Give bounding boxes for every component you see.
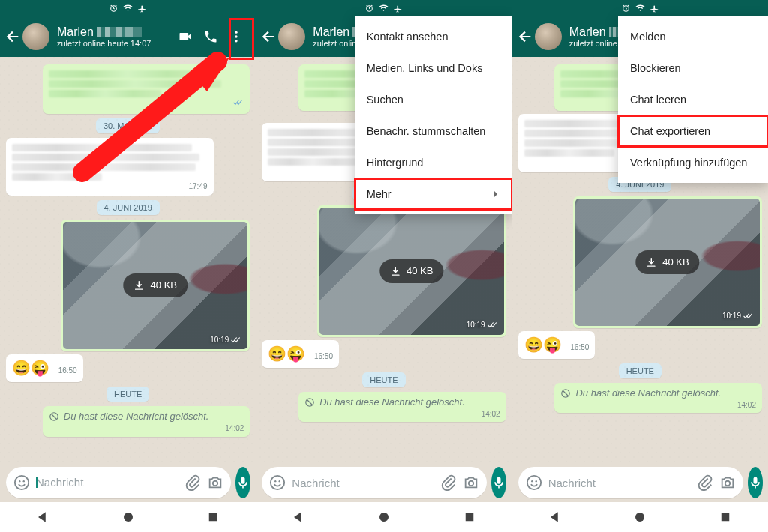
menu-item-mute[interactable]: Benachr. stummschalten [355, 115, 512, 147]
input-bar [0, 463, 256, 502]
camera-icon[interactable] [207, 474, 224, 491]
message-time: 14:02 [225, 424, 244, 434]
message-image-outgoing[interactable]: 40 KB 10:19 [317, 205, 506, 337]
mic-icon [236, 475, 250, 490]
android-nav-bar [256, 502, 512, 532]
wifi-icon [635, 4, 645, 13]
message-input-field[interactable] [262, 467, 487, 498]
wifi-icon [379, 4, 388, 13]
message-deleted[interactable]: Du hast diese Nachricht gelöscht. 14:02 [43, 406, 250, 437]
download-icon [390, 266, 400, 276]
nav-back-icon[interactable] [292, 510, 305, 524]
message-time: 14:02 [482, 410, 500, 420]
video-call-icon[interactable] [178, 29, 193, 44]
download-pill[interactable]: 40 KB [124, 273, 188, 297]
download-pill[interactable]: 40 KB [380, 259, 443, 282]
menu-item-export-chat[interactable]: Chat exportieren [618, 115, 768, 147]
voice-call-icon[interactable] [203, 29, 218, 44]
menu-item-media[interactable]: Medien, Links und Doks [355, 52, 512, 84]
blocked-icon [304, 397, 315, 408]
image-time: 10:19 [466, 321, 485, 330]
download-size: 40 KB [151, 279, 177, 291]
camera-icon[interactable] [719, 474, 736, 491]
back-icon[interactable] [4, 28, 21, 45]
menu-item-more[interactable]: Mehr [355, 178, 512, 210]
blocked-icon [49, 411, 59, 422]
message-deleted[interactable]: Du hast diese Nachricht gelöscht. 14:02 [554, 383, 762, 414]
emoji-icon[interactable] [526, 474, 542, 491]
message-incoming-redacted[interactable]: 17:49 [6, 138, 214, 196]
nav-back-icon[interactable] [36, 510, 50, 524]
date-separator: HEUTE [106, 387, 149, 402]
emoji-icon[interactable] [14, 474, 30, 491]
menu-item-search[interactable]: Suchen [355, 84, 512, 115]
svg-point-22 [635, 513, 644, 522]
message-emoji[interactable]: 😄😜 16:50 [262, 340, 339, 368]
menu-item-block[interactable]: Blockieren [618, 52, 768, 84]
alarm-icon [109, 4, 118, 13]
svg-point-19 [531, 480, 532, 482]
emoji-content: 😄😜 [524, 336, 562, 353]
svg-point-4 [15, 476, 28, 489]
status-bar [256, 0, 512, 16]
message-input[interactable] [548, 477, 691, 489]
menu-item-view-contact[interactable]: Kontakt ansehen [355, 21, 512, 52]
menu-item-add-shortcut[interactable]: Verknüpfung hinzufügen [618, 147, 768, 178]
message-emoji[interactable]: 😄😜 16:50 [6, 354, 83, 382]
blocked-icon [560, 388, 571, 399]
nav-recent-icon[interactable] [718, 510, 732, 524]
message-deleted[interactable]: Du hast diese Nachricht gelöscht. 14:02 [298, 392, 506, 423]
back-icon[interactable] [260, 28, 277, 45]
date-separator: HEUTE [362, 372, 405, 387]
wifi-icon [123, 4, 133, 13]
back-icon[interactable] [517, 28, 533, 45]
attach-icon[interactable] [184, 474, 201, 491]
avatar[interactable] [278, 23, 305, 50]
svg-point-15 [380, 513, 388, 522]
svg-point-5 [19, 480, 20, 482]
message-time: 16:50 [314, 352, 333, 360]
overflow-submenu-more: Melden Blockieren Chat leeren Chat expor… [618, 16, 768, 183]
message-input-field[interactable] [518, 467, 743, 498]
download-icon [646, 257, 656, 267]
download-pill[interactable]: 40 KB [635, 250, 699, 273]
menu-item-report[interactable]: Melden [618, 21, 768, 52]
chat-title-block[interactable]: Marlen zuletzt online heute 14:07 [57, 25, 178, 48]
svg-point-21 [724, 481, 729, 486]
nav-home-icon[interactable] [122, 510, 135, 524]
nav-home-icon[interactable] [633, 510, 646, 524]
message-image-outgoing[interactable]: 40 KB 10:19 [61, 220, 250, 351]
menu-item-wallpaper[interactable]: Hintergrund [355, 147, 512, 178]
message-emoji[interactable]: 😄😜 16:50 [518, 331, 596, 359]
message-image-outgoing[interactable]: 40 KB 10:19 [573, 196, 762, 328]
download-icon [134, 280, 145, 291]
download-size: 40 KB [406, 265, 433, 276]
avatar[interactable] [22, 23, 50, 50]
camera-icon[interactable] [463, 474, 479, 491]
mic-button[interactable] [491, 467, 506, 498]
emoji-content: 😄😜 [268, 345, 305, 362]
svg-point-12 [274, 480, 276, 482]
nav-recent-icon[interactable] [463, 510, 476, 524]
message-outgoing-redacted[interactable] [43, 64, 250, 114]
nav-home-icon[interactable] [377, 510, 391, 524]
download-size: 40 KB [662, 256, 688, 267]
mic-icon [748, 475, 763, 490]
mic-button[interactable] [236, 467, 250, 498]
attach-icon[interactable] [440, 474, 457, 491]
avatar[interactable] [535, 23, 562, 50]
nav-recent-icon[interactable] [206, 510, 220, 524]
attach-icon[interactable] [697, 474, 713, 491]
alarm-icon [621, 4, 631, 13]
message-input-field[interactable] [6, 467, 231, 498]
status-bar [512, 0, 768, 16]
nav-back-icon[interactable] [548, 510, 562, 524]
message-input[interactable] [292, 477, 434, 489]
svg-point-6 [23, 480, 25, 482]
emoji-content: 😄😜 [12, 360, 50, 376]
emoji-icon[interactable] [269, 474, 286, 491]
message-input[interactable] [36, 476, 178, 489]
menu-item-clear-chat[interactable]: Chat leeren [618, 84, 768, 115]
mic-button[interactable] [748, 467, 763, 498]
airplane-icon [393, 4, 403, 13]
